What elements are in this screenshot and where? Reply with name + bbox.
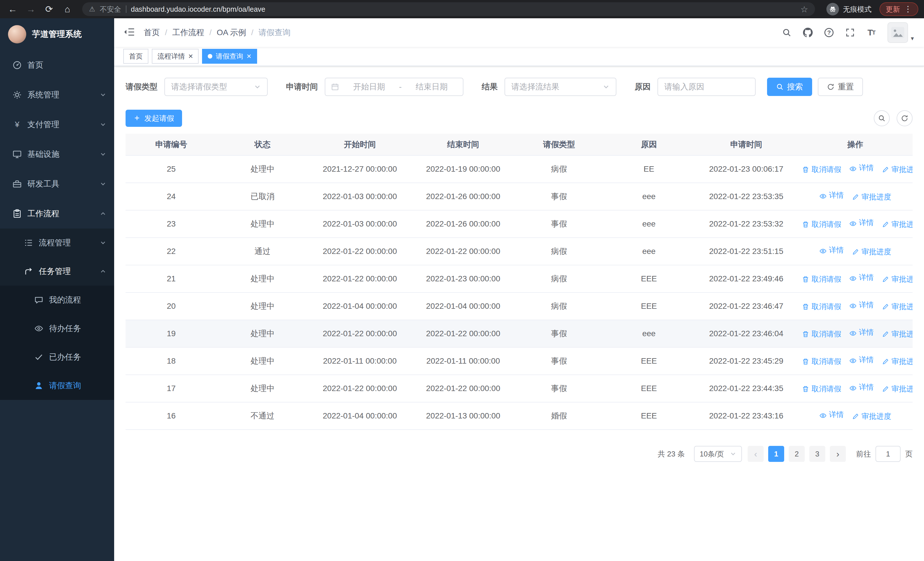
reason-input[interactable] [657, 78, 756, 96]
search-button[interactable]: 搜索 [767, 78, 812, 96]
detail-link[interactable]: 详情 [849, 355, 874, 365]
page-suffix: 页 [905, 449, 913, 459]
close-icon[interactable]: × [188, 52, 193, 60]
breadcrumb-item[interactable]: 工作流程 [172, 27, 204, 38]
approval-progress-link[interactable]: 审批进度 [852, 411, 891, 421]
cancel-leave-link[interactable]: 取消请假 [802, 302, 841, 311]
update-button[interactable]: 更新 ⋮ [879, 2, 918, 16]
detail-link[interactable]: 详情 [849, 300, 874, 310]
detail-link[interactable]: 详情 [819, 410, 844, 420]
page-button-1[interactable]: 1 [768, 446, 784, 462]
home-icon[interactable]: ⌂ [60, 2, 74, 16]
detail-link[interactable]: 详情 [819, 245, 844, 255]
approval-progress-link[interactable]: 审批进度 [882, 329, 913, 339]
table-cell: 事假 [515, 320, 603, 347]
refresh-table-button[interactable] [897, 110, 913, 126]
show-search-button[interactable] [874, 110, 890, 126]
detail-link[interactable]: 详情 [849, 272, 874, 283]
sidebar-item-process-mgmt[interactable]: 流程管理 [0, 229, 114, 257]
browser-chrome: ← → ⟳ ⌂ ⚠ 不安全 dashboard.yudao.iocoder.cn… [0, 0, 924, 18]
sidebar-item-my-process[interactable]: 我的流程 [0, 286, 114, 314]
cancel-leave-link[interactable]: 取消请假 [802, 220, 841, 229]
create-leave-button[interactable]: 发起请假 [126, 110, 182, 127]
sidebar-item-system[interactable]: 系统管理 [0, 80, 114, 110]
sidebar: 芋道管理系统 首页系统管理¥支付管理基础设施研发工具工作流程流程管理任务管理我的… [0, 18, 114, 561]
help-icon[interactable]: ? [824, 28, 834, 38]
approval-progress-link[interactable]: 审批进度 [882, 164, 913, 174]
sidebar-item-label: 待办任务 [49, 323, 106, 334]
eye-icon [849, 329, 856, 336]
operations-cell: 取消请假详情审批进度 [798, 292, 913, 320]
sidebar-item-payment[interactable]: ¥支付管理 [0, 110, 114, 139]
detail-link[interactable]: 详情 [849, 218, 874, 228]
sidebar-item-home[interactable]: 首页 [0, 50, 114, 80]
tab-leave-query[interactable]: 请假查询× [202, 49, 257, 64]
breadcrumb-item[interactable]: OA 示例 [217, 27, 246, 38]
detail-link[interactable]: 详情 [819, 190, 844, 200]
sidebar-item-done-task[interactable]: 已办任务 [0, 343, 114, 371]
sidebar-collapse-icon[interactable] [123, 27, 135, 38]
clipboard-icon [12, 209, 22, 218]
cancel-leave-link[interactable]: 取消请假 [802, 384, 841, 394]
cancel-leave-link[interactable]: 取消请假 [802, 274, 841, 284]
warning-icon: ⚠ [89, 5, 95, 13]
page-button-3[interactable]: 3 [809, 446, 825, 462]
approval-progress-link[interactable]: 审批进度 [852, 247, 891, 257]
cancel-leave-link[interactable]: 取消请假 [802, 164, 841, 174]
sidebar-item-todo-task[interactable]: 待办任务 [0, 314, 114, 343]
goto-page-input[interactable] [876, 446, 901, 462]
table-cell: 2022-01-22 23:53:32 [694, 210, 798, 238]
trash-icon [802, 358, 809, 365]
bookmark-star-icon[interactable]: ☆ [801, 4, 808, 14]
trash-icon [802, 303, 809, 310]
forward-icon[interactable]: → [24, 2, 38, 16]
detail-link[interactable]: 详情 [849, 163, 874, 173]
back-icon[interactable]: ← [6, 2, 20, 16]
approval-progress-link[interactable]: 审批进度 [882, 274, 913, 284]
tab-home[interactable]: 首页 [123, 49, 148, 64]
page-size-select[interactable]: 10条/页 [694, 446, 742, 462]
approval-progress-link[interactable]: 审批进度 [882, 220, 913, 229]
leave-type-placeholder: 请选择请假类型 [171, 81, 227, 92]
table-cell: EEE [603, 347, 694, 375]
tab-process-detail[interactable]: 流程详情× [152, 49, 199, 64]
detail-link[interactable]: 详情 [849, 382, 874, 392]
cancel-leave-link[interactable]: 取消请假 [802, 356, 841, 367]
user-menu[interactable]: ▼ [888, 22, 915, 43]
font-size-icon[interactable]: TT [866, 28, 876, 38]
result-select[interactable]: 请选择流结果 [504, 78, 616, 96]
leave-type-select[interactable]: 请选择请假类型 [164, 78, 268, 96]
prev-page-button[interactable]: ‹ [748, 446, 764, 462]
search-icon[interactable] [782, 28, 792, 38]
sidebar-item-devtools[interactable]: 研发工具 [0, 169, 114, 199]
github-icon[interactable] [803, 28, 813, 38]
next-page-button[interactable]: › [830, 446, 846, 462]
reload-icon[interactable]: ⟳ [42, 2, 56, 16]
logo[interactable]: 芋道管理系统 [0, 18, 114, 50]
browser-menu-dots-icon[interactable]: ⋮ [904, 5, 912, 13]
close-icon[interactable]: × [246, 52, 251, 60]
sidebar-item-workflow[interactable]: 工作流程 [0, 199, 114, 229]
approval-progress-link[interactable]: 审批进度 [852, 192, 891, 202]
fullscreen-icon[interactable] [845, 28, 855, 38]
sidebar-item-task-mgmt[interactable]: 任务管理 [0, 257, 114, 286]
approval-progress-link[interactable]: 审批进度 [882, 384, 913, 394]
approval-progress-link[interactable]: 审批进度 [882, 356, 913, 367]
date-range-picker[interactable]: 开始日期 - 结束日期 [325, 78, 464, 96]
sidebar-item-infrastructure[interactable]: 基础设施 [0, 139, 114, 169]
chevron-down-icon [254, 83, 261, 90]
approval-progress-link[interactable]: 审批进度 [882, 302, 913, 311]
breadcrumb-item[interactable]: 首页 [144, 27, 160, 38]
reset-button[interactable]: 重置 [818, 78, 863, 96]
operations-cell: 取消请假详情审批进度 [798, 210, 913, 238]
page-button-2[interactable]: 2 [789, 446, 805, 462]
operations-cell: 取消请假详情审批进度 [798, 320, 913, 347]
reason-label: 原因 [634, 81, 651, 92]
detail-link[interactable]: 详情 [849, 327, 874, 337]
toolbar: 发起请假 [126, 110, 913, 127]
address-bar[interactable]: ⚠ 不安全 dashboard.yudao.iocoder.cn/bpm/oa/… [82, 2, 815, 16]
table-cell: 婚假 [515, 402, 603, 430]
table-cell: 不通过 [217, 402, 308, 430]
sidebar-item-leave-query[interactable]: 请假查询 [0, 371, 114, 400]
cancel-leave-link[interactable]: 取消请假 [802, 329, 841, 339]
